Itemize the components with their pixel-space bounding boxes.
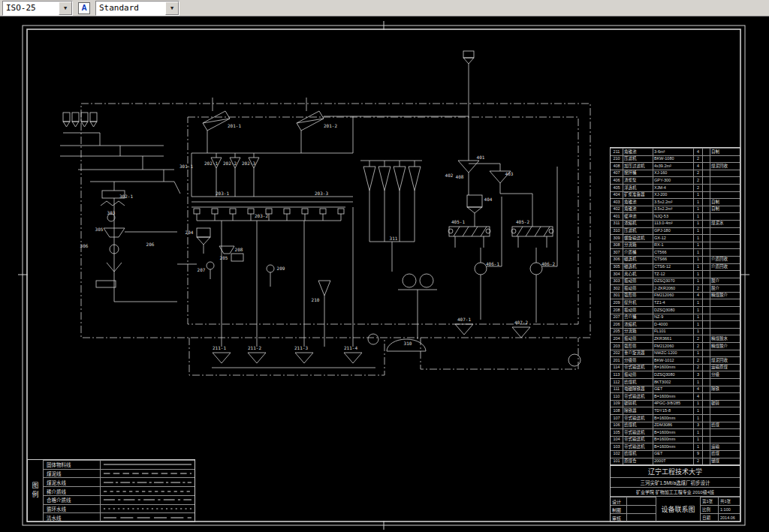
cell-number: 103 [611,443,623,450]
cell-note [710,177,740,184]
cell-note: 煤泥回收 [710,357,740,364]
cell-spec: GET [653,451,693,458]
cell-number: 306 [611,257,623,263]
signature-rows: 设计 制图 审核 [611,497,656,521]
text-style-combo[interactable]: Standard ▼ [95,1,179,16]
cell-unit [702,335,710,342]
cell-note [710,271,740,278]
cell-unit [702,163,710,170]
cell-quantity: 2 [693,177,702,184]
cell-number: 402 [611,206,623,213]
project-title: 三河尖矿1.5Mt/a选煤厂初步设计 [611,478,740,488]
cell-quantity: 1 [693,278,702,285]
cell-unit [702,221,710,227]
cell-quantity: 1 [693,271,702,278]
cell-unit [702,199,710,206]
cell-unit [702,242,710,249]
legend-label: 煤泥线 [44,470,101,478]
cell-name: 渣浆泵 [623,177,653,184]
cell-unit [702,213,710,220]
cell-unit [702,257,710,263]
cell-name: 加压过滤机 [623,163,653,170]
text-style-button[interactable]: A [77,1,92,16]
cell-spec: ZDM3086 [653,422,693,429]
cell-quantity: 1 [693,299,702,306]
cell-note [710,307,740,314]
cell-spec: NZ-9 [653,314,693,321]
table-row: 112 给煤机 8KT3002 1 [611,378,740,386]
sheet-info-label: 日期 [701,514,719,521]
legend-line-sample [101,505,195,513]
drawing-canvas[interactable]: 201-1 201-2 202-1 202-2 202-3 203-1 203-… [0,17,769,532]
cell-spec: 8KT3002 [653,379,693,386]
table-row: 203 弧形筛 FM212060 2 精煤脱介 [611,342,740,350]
chevron-down-icon[interactable]: ▼ [59,2,72,15]
cell-note [710,429,740,436]
table-row: 402 角锥池 3.5x2.2m² 1 自制 [611,206,740,213]
cell-name: 矿浆准备器 [623,192,653,199]
cell-note [710,393,740,400]
signature-row: 设计 [611,497,656,505]
legend-title: 图例 [28,460,44,521]
cell-note: 给煤 [710,451,740,458]
cell-spec: B=1600mm [653,365,693,371]
cell-unit [702,170,710,177]
cell-note: 精煤脱介 [710,343,740,350]
cell-unit [702,350,710,357]
table-row: 104 带式输送机 B=1600mm 1 [611,436,740,443]
cell-unit [702,299,710,306]
cell-number: 307 [611,249,623,256]
table-row: 403 角锥池 3.5x2.2m² 1 自制 [611,198,740,206]
cell-number: 114 [611,365,623,371]
signature-name [627,497,656,505]
table-row: 301 弧形筛 FM212060 4 精煤脱介 [611,292,740,299]
sheet-info-value: 2014.06 [719,514,740,521]
cell-unit [702,307,710,314]
cell-quantity: 1 [693,314,702,321]
cell-name: 带式输送机 [623,365,653,371]
dim-style-combo[interactable]: ISO-25 ▼ [2,1,73,16]
sheet-info-value: 共1张 [719,497,740,505]
cell-name: 重介旋流器 [623,350,653,357]
cell-spec: 2000T [653,458,693,465]
cell-unit [702,415,710,422]
cell-spec: CTS6-12 [653,264,693,271]
legend-label: 循环水线 [44,505,101,513]
cell-spec: DZSQ3080 [653,371,693,378]
cell-spec: GX-12 [653,235,693,242]
chevron-down-icon[interactable]: ▼ [165,2,179,15]
cell-quantity: 2 [693,335,702,342]
table-row: 201 分级筛 BKW-1012 2 煤泥回收 [611,356,740,364]
table-row: 208 振动筛 DZSQ3080 1 [611,306,740,314]
cell-number: 211 [611,149,623,155]
table-row: 303 振动筛 DZSQ3070 1 脱介 [611,278,740,285]
cell-number: 301 [611,293,623,299]
cell-unit [702,264,710,271]
table-row: 205 分流箱 FL101 1 [611,328,740,335]
cell-number: 201 [611,357,623,364]
cell-name: 磁选机 [623,257,653,263]
cell-spec: GPJ-180 [653,228,693,235]
cell-quantity: 1 [693,221,702,227]
cell-number: 205 [611,329,623,335]
cell-unit [702,437,710,443]
cell-unit [702,228,710,235]
table-row: 309 螺旋输送机 GX-12 1 [611,234,740,242]
cell-number: 204 [611,335,623,342]
cell-unit [702,393,710,400]
cell-name: 弧形筛 [623,343,653,350]
sheet-info-label: 第1张 [701,497,719,505]
cell-spec: ZKR3661 [653,335,693,342]
cell-name: 振动筛 [623,278,653,285]
legend-line-sample [101,470,195,478]
cell-quantity: 1 [693,329,702,335]
table-row: 204 振动筛 ZKR3661 2 精煤脱水 [611,335,740,342]
cell-name: 原煤仓 [623,458,653,465]
cell-note: 储煤 [710,458,740,465]
cell-number: 109 [611,401,623,407]
table-row: 405 浮选机 XJM-4 2 [611,184,740,191]
table-row: 305 磁选机 CTS6-12 1 介质回收 [611,263,740,271]
cell-spec: B=1600mm [653,437,693,443]
cell-number: 206 [611,321,623,328]
legend-row: 合格介质线 [44,495,195,504]
